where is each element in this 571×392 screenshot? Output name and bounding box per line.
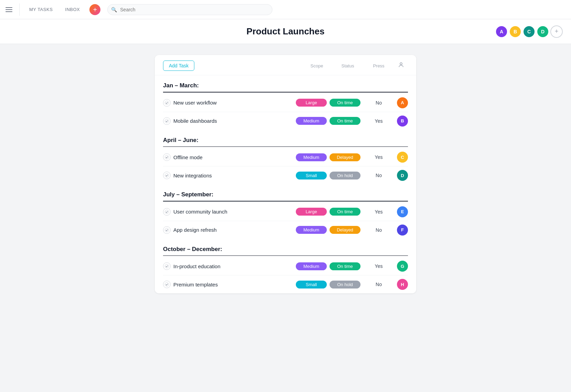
avatar: F	[397, 225, 408, 236]
section-april-june: April – June: Offline mode Medium Delaye…	[155, 130, 416, 185]
svg-point-2	[165, 119, 169, 123]
inbox-tab[interactable]: INBOX	[62, 6, 83, 13]
section-header-october-december: October – December:	[163, 239, 408, 255]
sections-container: Jan – March: New user workflow Large On …	[155, 75, 416, 293]
column-headers: Add Task Scope Status Press	[155, 55, 416, 75]
task-name: App design refresh	[173, 227, 293, 233]
task-checkbox[interactable]	[163, 208, 171, 216]
page-header: Product Launches A B C D +	[0, 19, 571, 44]
section-divider-jan-march	[163, 92, 408, 92]
task-name: Offline mode	[173, 154, 293, 160]
svg-point-7	[165, 264, 169, 268]
section-header-april-june: April – June:	[163, 130, 408, 146]
status-badge: Delayed	[330, 226, 360, 234]
table-row: User community launch Large On time Yes …	[163, 203, 408, 221]
svg-point-8	[165, 283, 169, 286]
scope-badge: Medium	[296, 262, 327, 270]
task-checkbox[interactable]	[163, 281, 171, 288]
table-row: New user workflow Large On time No A	[163, 94, 408, 112]
plus-icon: +	[93, 6, 97, 13]
avatar-3[interactable]: C	[523, 25, 535, 38]
avatar: D	[397, 170, 408, 181]
status-badge: On time	[330, 99, 360, 107]
status-badge: Delayed	[330, 153, 360, 161]
section-title-jan-march: Jan – March:	[163, 82, 199, 89]
svg-point-5	[165, 210, 169, 214]
my-tasks-tab[interactable]: MY TASKS	[26, 6, 55, 13]
status-badge: On time	[330, 262, 360, 270]
avatar: C	[397, 152, 408, 163]
status-column-header: Status	[332, 63, 363, 68]
hamburger-menu[interactable]	[6, 7, 12, 12]
press-value: No	[363, 227, 394, 233]
header-avatars: A B C D +	[495, 25, 563, 38]
scope-badge: Large	[296, 99, 327, 107]
press-value: Yes	[363, 154, 394, 160]
scope-badge: Small	[296, 281, 327, 288]
scope-badge: Medium	[296, 153, 327, 161]
search-container: 🔍	[107, 4, 272, 15]
top-navigation: MY TASKS INBOX + 🔍	[0, 0, 571, 19]
add-member-button[interactable]: +	[550, 25, 563, 38]
person-column-header	[394, 62, 408, 69]
task-name: New user workflow	[173, 100, 293, 106]
table-row: In-product education Medium On time Yes …	[163, 257, 408, 275]
svg-point-4	[165, 174, 169, 177]
avatar-1[interactable]: A	[495, 25, 508, 38]
scope-badge: Large	[296, 208, 327, 216]
press-value: No	[363, 173, 394, 178]
svg-point-6	[165, 228, 169, 232]
status-badge: On time	[330, 117, 360, 125]
section-october-december: October – December: In-product education…	[155, 239, 416, 294]
press-value: Yes	[363, 118, 394, 124]
avatar-1-initials: A	[500, 29, 503, 34]
task-checkbox[interactable]	[163, 172, 171, 179]
add-task-button[interactable]: Add Task	[163, 61, 194, 71]
task-name: User community launch	[173, 209, 293, 215]
press-value: No	[363, 282, 394, 287]
table-row: Offline mode Medium Delayed Yes C	[163, 148, 408, 166]
table-row: Mobile dashboards Medium On time Yes B	[163, 112, 408, 130]
section-title-october-december: October – December:	[163, 246, 222, 253]
avatar: B	[397, 116, 408, 127]
section-title-april-june: April – June:	[163, 137, 198, 144]
avatar-4[interactable]: D	[537, 25, 549, 38]
section-title-july-september: July – September:	[163, 191, 213, 198]
press-value: Yes	[363, 209, 394, 215]
avatar-2[interactable]: B	[509, 25, 521, 38]
task-name: New integrations	[173, 173, 293, 178]
section-header-jan-march: Jan – March:	[163, 75, 408, 92]
scope-badge: Medium	[296, 117, 327, 125]
svg-point-0	[400, 63, 402, 65]
section-divider-april-june	[163, 146, 408, 147]
status-badge: On time	[330, 208, 360, 216]
task-panel: Add Task Scope Status Press Jan – March:…	[155, 55, 416, 293]
scope-badge: Small	[296, 172, 327, 179]
section-header-july-september: July – September:	[163, 184, 408, 201]
avatar: H	[397, 279, 408, 290]
avatar-4-initials: D	[541, 29, 545, 34]
search-input[interactable]	[107, 4, 272, 15]
avatar-2-initials: B	[514, 29, 517, 34]
table-row: App design refresh Medium Delayed No F	[163, 221, 408, 239]
section-july-september: July – September: User community launch …	[155, 184, 416, 239]
section-divider-july-september	[163, 201, 408, 202]
search-icon: 🔍	[111, 7, 117, 12]
task-checkbox[interactable]	[163, 226, 171, 234]
svg-point-3	[165, 155, 169, 159]
avatar: A	[397, 97, 408, 108]
table-row: Premium templates Small On hold No H	[163, 275, 408, 293]
task-name: Premium templates	[173, 282, 293, 287]
press-column-header: Press	[363, 63, 394, 68]
task-checkbox[interactable]	[163, 117, 171, 125]
nav-divider	[19, 3, 20, 16]
task-checkbox[interactable]	[163, 153, 171, 161]
avatar: G	[397, 261, 408, 272]
task-checkbox[interactable]	[163, 99, 171, 107]
task-name: Mobile dashboards	[173, 118, 293, 124]
status-badge: On hold	[330, 172, 360, 179]
section-divider-october-december	[163, 255, 408, 256]
task-checkbox[interactable]	[163, 262, 171, 270]
add-button[interactable]: +	[89, 4, 100, 15]
page-title: Product Launches	[247, 26, 325, 37]
